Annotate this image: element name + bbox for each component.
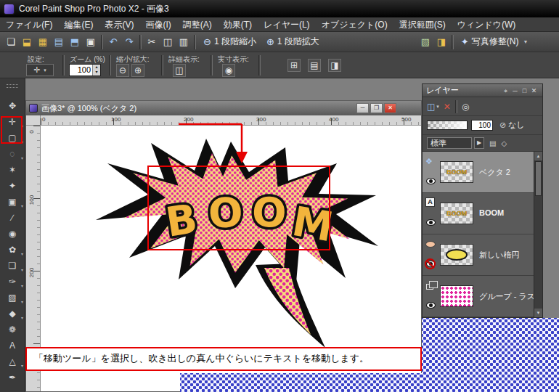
detail-view-button[interactable]: ◫ [173, 64, 186, 77]
crop-tool[interactable]: ▣▾ [0, 194, 25, 210]
undo-icon[interactable]: ↶ [105, 34, 121, 50]
zoom-in-one-step-button[interactable]: ⊕ 1 段階拡大 [261, 34, 325, 50]
layers-scrollbar[interactable]: ▲ ▼ [534, 152, 542, 317]
new-file-icon[interactable]: ❏ [3, 34, 19, 50]
link-layers-icon[interactable]: ▤ [489, 139, 496, 147]
actual-size-button[interactable]: ◉ [222, 64, 235, 77]
cut-icon[interactable]: ✂ [144, 34, 160, 50]
restore-button[interactable]: ❐ [370, 103, 383, 113]
shape-tool[interactable]: △▾ [0, 354, 25, 369]
straighten-tool[interactable]: ∕ [0, 210, 25, 226]
photo-fix-label: 写真修整(N) [472, 36, 519, 48]
layer-thumbnail[interactable]: BOOM [440, 203, 473, 224]
pan-tool[interactable]: ✥ [0, 98, 25, 114]
menu-edit[interactable]: 編集(E) [58, 17, 99, 32]
menu-layers[interactable]: レイヤー(L) [258, 17, 316, 32]
save-icon[interactable]: ⬒ [67, 34, 83, 50]
scroll-down-icon[interactable]: ▼ [534, 309, 542, 317]
pin-icon[interactable]: ⌖ [501, 85, 510, 97]
toolbar-grip[interactable] [7, 84, 18, 88]
highlight-edit-icon[interactable]: ◇ [501, 139, 507, 147]
menu-adjust[interactable]: 調整(A) [177, 17, 218, 32]
picture-tube-tool[interactable]: ❁ [0, 322, 25, 338]
layer-row-group-raster-1[interactable]: グループ - ラスタ 1 [423, 276, 534, 317]
paste-icon[interactable]: ▥ [176, 34, 192, 50]
crop-tool-icon: ▣ [8, 197, 16, 207]
freehand-selection-tool[interactable]: ◌▾ [0, 146, 25, 162]
layer-thumbnail[interactable] [440, 244, 473, 266]
preset-dropdown[interactable]: ✛ ▾ [26, 64, 54, 76]
zoom-percent-input[interactable]: 100 ▴ ▾ [69, 64, 101, 76]
menu-window[interactable]: ウィンドウ(W) [452, 17, 522, 32]
flood-fill-tool[interactable]: ◆▾ [0, 306, 25, 322]
vector-layer-icon: ❖ [425, 157, 433, 166]
minimize-icon[interactable]: ─ [510, 85, 520, 97]
copy-icon[interactable]: ◫ [160, 34, 176, 50]
layer-name[interactable]: BOOM [479, 208, 504, 217]
red-eye-tool[interactable]: ◉ [0, 226, 25, 242]
eraser-tool[interactable]: ▨▾ [0, 290, 25, 306]
photo-fix-button[interactable]: ✦ 写真修整(N) ▼ [456, 34, 534, 50]
guides-toggle-icon[interactable]: ◨ [328, 59, 341, 72]
minimize-button[interactable]: ─ [356, 103, 369, 113]
grid-toggle-icon[interactable]: ⊞ [287, 59, 301, 72]
blend-mode-arrow[interactable]: ▶ [474, 137, 484, 149]
caption-box: 「移動ツール」を選択し、吹き出しの真ん中ぐらいにテキストを移動します。 [25, 347, 422, 371]
layers-palette-header[interactable]: レイヤー ⌖ ─ □ ✕ [423, 84, 542, 97]
brush-tool[interactable]: ✑▾ [0, 274, 25, 290]
preset-icon: ✛ [33, 65, 40, 75]
thumbnail-content: BOOM [441, 162, 473, 182]
scrollbar-thumb[interactable] [535, 161, 542, 196]
menu-image[interactable]: 画像(I) [139, 17, 176, 32]
opacity-slider[interactable] [427, 121, 468, 130]
spin-down-icon[interactable]: ▾ [93, 70, 100, 75]
clone-tool[interactable]: ❏▾ [0, 258, 25, 274]
layer-row-new-ellipse[interactable]: 新しい楕円 [423, 234, 534, 276]
print-icon[interactable]: ▣ [83, 34, 99, 50]
new-layer-button[interactable]: ◫ ▾ [427, 102, 439, 112]
open-file-icon[interactable]: ⬓ [19, 34, 35, 50]
opacity-input[interactable]: 100 [471, 120, 493, 131]
zoom-out-button[interactable]: ⊖ [116, 64, 129, 77]
chevron-down-icon: ▾ [21, 300, 23, 304]
scan-icon[interactable]: ▤ [51, 34, 67, 50]
menu-objects[interactable]: オブジェクト(O) [316, 17, 393, 32]
mask-button[interactable]: ◎ [462, 102, 469, 112]
delete-layer-button[interactable]: ✕ [444, 102, 451, 112]
zoom-spinner[interactable]: ▴ ▾ [92, 65, 100, 75]
menu-file[interactable]: ファイル(F) [0, 17, 58, 32]
zoom-out-one-step-button[interactable]: ⊖ 1 段階縮小 [198, 34, 261, 50]
visibility-eye-icon[interactable] [426, 178, 436, 184]
dropper-tool[interactable]: ✦ [0, 178, 25, 194]
maximize-icon[interactable]: □ [520, 85, 529, 97]
menu-effects[interactable]: 効果(T) [218, 17, 258, 32]
browse-icon[interactable]: ▦ [35, 34, 51, 50]
layer-name[interactable]: ベクタ 2 [479, 167, 510, 178]
pen-tool[interactable]: ✒ [0, 369, 25, 385]
layer-name[interactable]: 新しい楕円 [479, 250, 520, 261]
layer-row-boom[interactable]: A BOOM BOOM [423, 193, 534, 234]
redo-icon[interactable]: ↷ [121, 34, 137, 50]
visibility-eye-icon[interactable] [426, 219, 436, 226]
layer-thumbnail[interactable] [440, 285, 473, 307]
text-tool[interactable]: A [0, 338, 25, 354]
close-icon[interactable]: ✕ [529, 85, 539, 97]
close-button[interactable]: ✕ [384, 103, 396, 113]
menu-view[interactable]: 表示(V) [99, 17, 139, 32]
visibility-eye-icon[interactable] [426, 302, 436, 309]
blend-mode-select[interactable]: 標準 [427, 137, 472, 149]
scroll-up-icon[interactable]: ▲ [534, 152, 542, 160]
visibility-off-icon[interactable] [425, 258, 436, 269]
organizer-icon[interactable]: ◨ [433, 34, 449, 50]
zoom-in-button[interactable]: ⊕ [131, 64, 144, 77]
layer-row-vector-2[interactable]: ❖ BOOM ベクタ 2 [423, 152, 534, 193]
layer-name[interactable]: グループ - ラスタ 1 [479, 291, 534, 302]
lock-transparency-toggle[interactable]: ⊘ なし [499, 120, 525, 131]
spin-up-icon[interactable]: ▴ [93, 65, 100, 70]
screen-capture-icon[interactable]: ▧ [417, 34, 433, 50]
menu-selections[interactable]: 選択範囲(S) [393, 17, 452, 32]
makeover-tool[interactable]: ✿▾ [0, 242, 25, 258]
layer-thumbnail[interactable]: BOOM [440, 161, 473, 183]
magic-wand-tool[interactable]: ✶ [0, 162, 25, 178]
snap-toggle-icon[interactable]: ▤ [308, 59, 321, 72]
